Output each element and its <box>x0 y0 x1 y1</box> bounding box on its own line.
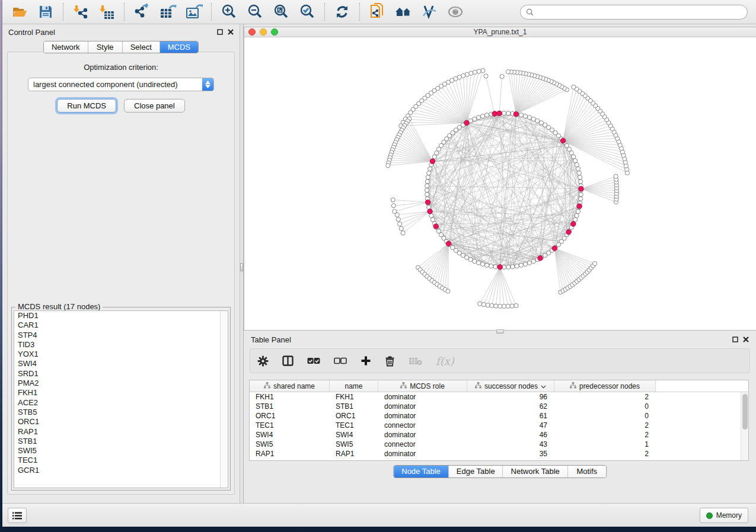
vertical-splitter[interactable] <box>240 24 244 503</box>
graph-node[interactable] <box>432 155 436 159</box>
graph-node[interactable] <box>500 74 504 78</box>
graph-node[interactable] <box>579 193 583 197</box>
graph-node[interactable] <box>573 217 578 222</box>
export-network-icon[interactable] <box>133 3 151 21</box>
tab-edge-table[interactable]: Edge Table <box>449 466 503 477</box>
graph-node[interactable] <box>399 226 403 230</box>
graph-node[interactable] <box>425 180 429 184</box>
graph-node[interactable] <box>469 71 473 75</box>
open-folder-icon[interactable] <box>11 3 28 21</box>
graph-node[interactable] <box>576 166 580 171</box>
graph-node[interactable] <box>497 265 502 270</box>
table-row[interactable]: ACE2ACE2connector311 <box>250 459 741 460</box>
table-scrollbar[interactable] <box>741 392 748 460</box>
tab-mcds[interactable]: MCDS <box>160 41 198 53</box>
graph-node[interactable] <box>481 69 485 73</box>
graph-node[interactable] <box>614 174 618 178</box>
tab-network[interactable]: Network <box>44 41 88 53</box>
graph-node[interactable] <box>560 138 565 143</box>
graph-node[interactable] <box>446 289 450 293</box>
export-image-icon[interactable] <box>185 3 203 21</box>
column-header-shared-name[interactable]: shared name <box>250 380 330 392</box>
mcds-result-item[interactable]: FKH1 <box>14 388 228 398</box>
graph-node[interactable] <box>527 116 531 120</box>
graph-node[interactable] <box>531 259 535 264</box>
graph-node[interactable] <box>428 209 432 214</box>
table-row[interactable]: STB1STB1dominator620 <box>250 402 741 411</box>
graph-node[interactable] <box>535 118 540 123</box>
scrollbar-thumb[interactable] <box>742 394 748 430</box>
mcds-result-item[interactable]: PHD1 <box>14 311 228 321</box>
mcds-result-item[interactable]: TEC1 <box>14 456 228 465</box>
table-row[interactable]: ORC1ORC1dominator610 <box>250 411 741 421</box>
mcds-result-item[interactable]: SWI4 <box>14 359 228 368</box>
column-header-predecessor-nodes[interactable]: predecessor nodes <box>554 380 656 392</box>
graph-node[interactable] <box>523 114 527 118</box>
search-box[interactable] <box>520 5 748 20</box>
graph-node[interactable] <box>506 70 510 74</box>
graph-node[interactable] <box>566 230 571 235</box>
graph-node[interactable] <box>506 304 510 308</box>
mcds-result-item[interactable]: CAR1 <box>14 321 228 330</box>
graph-node[interactable] <box>577 171 581 175</box>
graph-node[interactable] <box>476 116 480 120</box>
close-panel-icon[interactable] <box>742 336 749 343</box>
table-row[interactable]: RAP1RAP1dominator352 <box>250 449 741 459</box>
graph-node[interactable] <box>489 264 493 268</box>
graph-node[interactable] <box>478 302 482 306</box>
column-header-name[interactable]: name <box>330 380 378 392</box>
graph-node[interactable] <box>513 111 518 116</box>
mcds-result-item[interactable]: SRD1 <box>14 369 228 379</box>
graph-node[interactable] <box>492 111 497 116</box>
graph-node[interactable] <box>515 264 519 268</box>
mcds-result-item[interactable]: STB1 <box>14 437 228 446</box>
graph-node[interactable] <box>425 188 429 192</box>
graph-node[interactable] <box>511 265 515 269</box>
refresh-layout-icon[interactable] <box>333 3 351 21</box>
mcds-result-list[interactable]: PHD1CAR1STP4TID3YOX1SWI4SRD1PMA2FKH1ACE2… <box>14 310 228 488</box>
tab-node-table[interactable]: Node Table <box>394 466 449 477</box>
graph-node[interactable] <box>484 113 489 117</box>
close-panel-icon[interactable] <box>227 29 234 36</box>
mcds-result-item[interactable]: ACE2 <box>14 398 228 408</box>
graph-node[interactable] <box>579 180 583 184</box>
graph-node[interactable] <box>395 213 399 217</box>
graph-node[interactable] <box>523 262 527 266</box>
graph-node[interactable] <box>481 302 486 306</box>
tab-select[interactable]: Select <box>123 41 160 53</box>
mcds-result-item[interactable]: PMA2 <box>14 379 228 388</box>
graph-node[interactable] <box>477 69 481 73</box>
graph-node[interactable] <box>425 193 429 197</box>
mcds-result-item[interactable]: RAP1 <box>14 427 228 437</box>
graph-node[interactable] <box>506 265 511 269</box>
graph-node[interactable] <box>592 261 596 265</box>
graph-node[interactable] <box>552 246 557 251</box>
tab-style[interactable]: Style <box>88 41 123 53</box>
graph-node[interactable] <box>575 162 579 166</box>
graph-node[interactable] <box>433 224 438 229</box>
close-panel-button[interactable]: Close panel <box>124 99 185 113</box>
graph-node[interactable] <box>494 304 498 308</box>
save-icon[interactable] <box>37 3 55 21</box>
import-network-icon[interactable] <box>72 3 90 21</box>
column-header-MCDS-role[interactable]: MCDS role <box>378 380 467 392</box>
graph-node[interactable] <box>577 204 582 209</box>
graph-node[interactable] <box>578 175 582 180</box>
graph-node[interactable] <box>468 258 473 262</box>
graph-node[interactable] <box>480 262 484 266</box>
graph-node[interactable] <box>486 303 490 307</box>
graph-node[interactable] <box>497 111 502 116</box>
graph-node[interactable] <box>473 70 477 74</box>
graph-node[interactable] <box>426 175 430 180</box>
graph-node[interactable] <box>430 217 435 222</box>
graph-node[interactable] <box>579 187 583 191</box>
graph-node[interactable] <box>464 120 469 125</box>
splitter-grip[interactable] <box>240 263 243 271</box>
graph-node[interactable] <box>473 259 477 264</box>
tab-network-table[interactable]: Network Table <box>503 466 568 477</box>
graph-node[interactable] <box>527 261 531 265</box>
mcds-result-item[interactable]: GCR1 <box>14 466 228 475</box>
graph-node[interactable] <box>430 159 435 164</box>
graph-node[interactable] <box>573 159 578 163</box>
graph-node[interactable] <box>531 117 535 121</box>
